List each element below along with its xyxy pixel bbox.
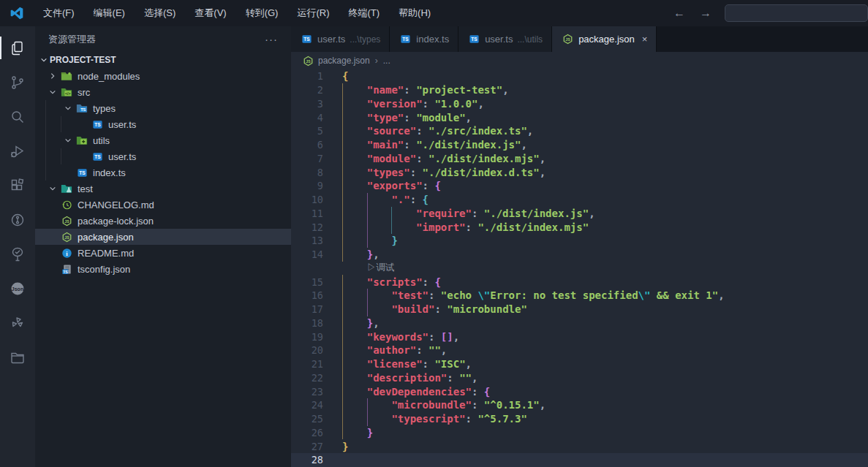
codelens-debug-link[interactable]: ▷调试 <box>367 262 395 274</box>
section-header-project[interactable]: PROJECT-TEST <box>35 52 291 68</box>
tree-indent-guide <box>45 164 61 181</box>
source-control-icon[interactable] <box>0 65 35 99</box>
tree-item-utils[interactable]: utils <box>35 132 291 148</box>
line-number: 5 <box>291 125 323 137</box>
code-token: \" <box>638 289 651 301</box>
tree-item-test[interactable]: test <box>35 181 291 197</box>
indent-guide <box>367 289 392 303</box>
svg-text:TS: TS <box>94 122 101 127</box>
indent-guide <box>342 152 367 166</box>
tree-item-src[interactable]: </>src <box>35 84 291 100</box>
ts-icon: TS <box>300 34 313 45</box>
tree-item-index.ts[interactable]: TSindex.ts <box>35 164 291 181</box>
indent-guide <box>391 220 416 234</box>
more-actions-icon[interactable]: ··· <box>265 33 278 45</box>
svg-text:JS: JS <box>565 37 570 42</box>
code-token: , <box>478 98 483 110</box>
code-line: 23"devDependencies": { <box>291 384 868 398</box>
explorer-header: 资源管理器 ··· <box>35 26 291 52</box>
tree-item-changelog.md[interactable]: CHANGELOG.md <box>35 197 291 213</box>
nav-back-icon[interactable]: ← <box>666 7 692 20</box>
indent-guide <box>342 124 367 138</box>
code-line: 8"types": "./dist/index.d.ts", <box>291 165 868 179</box>
close-icon[interactable]: × <box>642 34 648 45</box>
code-token: , <box>373 317 379 329</box>
code-line: 1{ <box>291 69 868 83</box>
remote-circle-icon[interactable] <box>0 202 35 237</box>
code-token: : <box>429 289 441 301</box>
code-token: , <box>472 372 478 384</box>
project-folder-icon[interactable] <box>0 340 35 374</box>
tree-item-package-lock.json[interactable]: JSpackage-lock.json <box>35 213 291 229</box>
tab-user.ts[interactable]: TSuser.ts...\types <box>291 26 390 52</box>
explorer-icon[interactable] <box>0 31 35 65</box>
tree-item-label: src <box>78 87 90 98</box>
tab-package.json[interactable]: JSpackage.json× <box>552 26 657 52</box>
code-line: 26} <box>291 426 868 440</box>
tree-item-label: index.ts <box>93 167 126 178</box>
indent-guide <box>367 220 392 234</box>
code-editor[interactable]: 1{2"name": "project-test",3"version": "1… <box>291 69 868 467</box>
extensions-icon[interactable] <box>0 168 35 202</box>
code-token: "ISC" <box>434 358 465 370</box>
code-token: "./dist/index.mjs" <box>478 221 589 233</box>
code-token: : <box>472 386 484 398</box>
line-number: 16 <box>291 289 323 301</box>
tree-indent-guide <box>45 100 61 116</box>
json-icon: JS <box>60 215 73 227</box>
code-token: "" <box>459 372 472 384</box>
code-token: } <box>342 441 348 452</box>
code-token: , <box>540 167 546 178</box>
line-number: 25 <box>291 413 323 425</box>
code-token: "^0.15.1" <box>484 399 540 411</box>
code-token: : <box>416 344 429 356</box>
tab-path-hint: ...\types <box>350 34 380 45</box>
tree-item-types[interactable]: TStypes <box>35 100 291 116</box>
breadcrumb[interactable]: JS package.json › ... <box>291 52 868 69</box>
tree-item-user.ts[interactable]: TSuser.ts <box>35 116 291 132</box>
code-token: "type" <box>367 112 404 124</box>
folder-types-icon: TS <box>75 102 88 114</box>
ts-icon: TS <box>75 167 88 178</box>
json-badge-icon[interactable]: Json <box>0 271 35 305</box>
menu-r[interactable]: 运行(R) <box>287 0 339 26</box>
code-token: : <box>404 84 416 96</box>
svg-text:TS: TS <box>80 107 86 112</box>
code-token: , <box>373 248 379 260</box>
indent-guide <box>367 234 392 248</box>
line-number: 20 <box>291 344 323 356</box>
code-token: "module" <box>367 153 416 164</box>
tree-item-label: package-lock.json <box>78 216 154 227</box>
code-line: 11"require": "./dist/index.js", <box>291 207 868 221</box>
indent-guide <box>342 398 367 412</box>
menu-t[interactable]: 终端(T) <box>339 0 389 26</box>
code-token: "devDependencies" <box>367 386 472 398</box>
tree-item-package.json[interactable]: JSpackage.json <box>35 229 291 245</box>
todo-tree-icon[interactable] <box>0 237 35 271</box>
code-token: : <box>423 180 435 191</box>
svg-text:JS: JS <box>64 219 69 223</box>
run-debug-icon[interactable] <box>0 134 35 168</box>
nav-forward-icon[interactable]: → <box>692 7 719 20</box>
search-icon[interactable] <box>0 99 35 134</box>
line-number: 22 <box>291 372 323 384</box>
menu-f[interactable]: 文件(F) <box>34 0 84 26</box>
tab-label: index.ts <box>416 34 449 45</box>
pinwheel-ext-icon[interactable] <box>0 305 35 340</box>
tab-index.ts[interactable]: TSindex.ts <box>390 26 458 52</box>
tree-item-readme.md[interactable]: iREADME.md <box>35 245 291 261</box>
menu-e[interactable]: 编辑(E) <box>84 0 135 26</box>
tree-indent-guide <box>45 116 61 132</box>
menu-g[interactable]: 转到(G) <box>236 0 288 26</box>
main-area: Json 资源管理器 ··· PROJECT-TEST node_modules… <box>0 26 868 467</box>
menu-s[interactable]: 选择(S) <box>135 0 185 26</box>
tab-user.ts[interactable]: TSuser.ts...\utils <box>458 26 552 52</box>
line-number: 15 <box>291 276 323 288</box>
search-input[interactable] <box>725 4 868 22</box>
tree-item-user.ts[interactable]: TSuser.ts <box>35 148 291 164</box>
tree-item-node-modules[interactable]: node_modules <box>35 68 291 84</box>
menu-h[interactable]: 帮助(H) <box>389 0 440 26</box>
tree-item-tsconfig.json[interactable]: TStsconfig.json <box>35 261 291 277</box>
code-token: : <box>434 303 447 315</box>
menu-v[interactable]: 查看(V) <box>185 0 235 26</box>
